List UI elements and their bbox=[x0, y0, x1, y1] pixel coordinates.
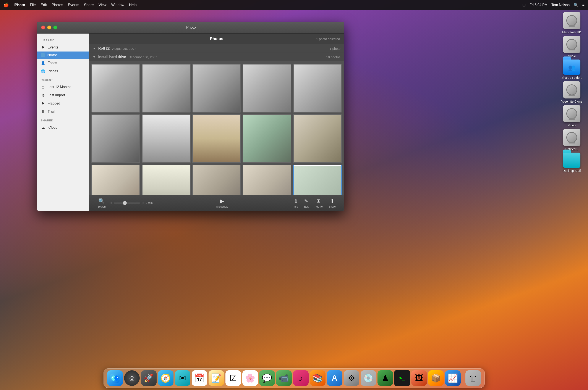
photo-thumb-8[interactable] bbox=[192, 114, 241, 163]
desktop-icon-music[interactable]: Music bbox=[560, 36, 584, 58]
photo-thumb-10[interactable] bbox=[293, 114, 342, 163]
minimize-button[interactable] bbox=[47, 26, 51, 29]
info-button[interactable]: ℹ Info bbox=[291, 197, 300, 209]
dock-item-chess[interactable]: ♟ bbox=[377, 370, 393, 386]
dock-item-messages[interactable]: 💬 bbox=[259, 370, 275, 386]
app-name-menu[interactable]: iPhoto bbox=[14, 3, 25, 7]
help-menu[interactable]: Help bbox=[129, 3, 137, 7]
dock-item-calendar[interactable]: 📅 bbox=[192, 370, 207, 386]
slideshow-button[interactable]: ▶ Slideshow bbox=[214, 197, 230, 209]
dock-item-stuffit[interactable]: 📦 bbox=[428, 370, 444, 386]
screen-icon[interactable]: ⊞ bbox=[522, 2, 526, 7]
close-button[interactable] bbox=[41, 26, 45, 29]
chess-icon: ♟ bbox=[377, 370, 393, 386]
desktop-icon-untitled-2[interactable]: Untitled 2 bbox=[560, 129, 584, 151]
photo-thumb-11[interactable] bbox=[91, 165, 140, 195]
dock-item-siri[interactable]: ◎ bbox=[124, 370, 140, 386]
sidebar-item-flagged[interactable]: ⚑ Flagged bbox=[37, 99, 89, 107]
dock-item-safari[interactable]: 🧭 bbox=[158, 370, 173, 386]
main-header: Photos 1 photo selected bbox=[89, 34, 344, 44]
photo-thumb-4[interactable] bbox=[243, 64, 291, 112]
dock-item-ibooks[interactable]: 📚 bbox=[310, 370, 325, 386]
photo-thumb-9[interactable] bbox=[243, 114, 291, 163]
sidebar-item-icloud[interactable]: ☁ iCloud bbox=[37, 123, 89, 132]
photo-thumb-5[interactable] bbox=[293, 64, 342, 112]
system-prefs-icon: ⚙ bbox=[344, 370, 359, 386]
svg-point-2 bbox=[114, 376, 119, 381]
window-menu[interactable]: Window bbox=[111, 3, 124, 7]
zoom-control: ⊟ ⊞ bbox=[109, 201, 144, 205]
photo-selected-status: 1 photo selected bbox=[258, 37, 340, 41]
photo-area[interactable]: ▼ Roll 22 August 28, 2007 1 photo ▼ Inst… bbox=[89, 44, 344, 195]
dock-item-itunes[interactable]: ♪ bbox=[293, 370, 309, 386]
desktop-icon-shared-folders[interactable]: 👥 Shared Folders bbox=[560, 59, 584, 79]
photo-thumb-7[interactable] bbox=[142, 114, 191, 163]
photo-thumb-15[interactable] bbox=[293, 165, 342, 195]
events-menu[interactable]: Events bbox=[68, 3, 79, 7]
share-button[interactable]: ⬆ Share bbox=[326, 197, 338, 209]
last-12-months-icon: ▢ bbox=[41, 85, 46, 89]
spotlight-icon[interactable]: 🔍 bbox=[574, 2, 578, 7]
desktop-icon-macintosh-hd[interactable]: Macintosh HD bbox=[560, 12, 584, 34]
photos-menu[interactable]: Photos bbox=[52, 3, 63, 7]
last-12-months-label: Last 12 Months bbox=[48, 85, 71, 89]
events-label: Events bbox=[48, 46, 58, 49]
safari-icon: 🧭 bbox=[158, 370, 173, 386]
dock-item-preview[interactable]: 🖼 bbox=[411, 370, 427, 386]
info-label: Info bbox=[294, 205, 298, 208]
search-button[interactable]: 🔍 Search bbox=[95, 197, 108, 209]
dock-item-finder[interactable] bbox=[107, 370, 123, 386]
places-icon: 🌐 bbox=[41, 69, 46, 74]
install-hard-drive-header[interactable]: ▼ Install hard drive December 30, 2007 1… bbox=[89, 53, 344, 61]
dock-item-trash[interactable]: 🗑 bbox=[465, 370, 481, 386]
sidebar-item-photos[interactable]: Photos bbox=[37, 51, 89, 59]
desktop-icon-desktop-stuff[interactable]: Desktop Stuff bbox=[560, 152, 584, 173]
sidebar-item-events[interactable]: ⚑ Events bbox=[37, 43, 89, 51]
sidebar-item-last-import[interactable]: ⊙ Last Import bbox=[37, 91, 89, 99]
maximize-button[interactable] bbox=[53, 26, 57, 29]
dock-item-grapher[interactable]: 📈 bbox=[445, 370, 461, 386]
dock-item-dvd[interactable]: 💿 bbox=[361, 370, 376, 386]
share-menu[interactable]: Share bbox=[84, 3, 94, 7]
photo-thumb-3[interactable] bbox=[192, 64, 241, 112]
dock-item-appstore[interactable]: A bbox=[327, 370, 342, 386]
menubar-right: ⊞ Fri 6:04 PM Tom Nelson 🔍 ≡ bbox=[522, 2, 585, 7]
events-icon: ⚑ bbox=[41, 45, 46, 50]
dock-item-system-prefs[interactable]: ⚙ bbox=[344, 370, 359, 386]
library-header: LIBRARY bbox=[37, 36, 89, 43]
sidebar-item-last-12-months[interactable]: ▢ Last 12 Months bbox=[37, 83, 89, 91]
photo-thumb-2[interactable] bbox=[142, 64, 191, 112]
photo-thumb-6[interactable] bbox=[91, 114, 140, 163]
roll-22-header[interactable]: ▼ Roll 22 August 28, 2007 1 photo bbox=[89, 44, 344, 53]
sidebar-item-trash[interactable]: 🗑 Trash bbox=[37, 107, 89, 116]
dock-item-photos[interactable]: 🌸 bbox=[242, 370, 258, 386]
edit-menu[interactable]: Edit bbox=[41, 3, 47, 7]
photo-thumb-12[interactable] bbox=[142, 165, 191, 195]
zoom-slider[interactable] bbox=[114, 202, 140, 203]
sidebar-item-faces[interactable]: 👤 Faces bbox=[37, 59, 89, 67]
edit-button[interactable]: ✎ Edit bbox=[302, 197, 311, 209]
dock-item-facetime[interactable]: 📹 bbox=[276, 370, 292, 386]
view-menu[interactable]: View bbox=[99, 3, 107, 7]
sidebar-item-places[interactable]: 🌐 Places bbox=[37, 67, 89, 75]
dock-item-mail[interactable]: ✉ bbox=[175, 370, 190, 386]
dock-item-reminders[interactable]: ☑ bbox=[225, 370, 241, 386]
apple-menu[interactable]: 🍎 bbox=[3, 2, 9, 7]
dock-item-launchpad[interactable]: 🚀 bbox=[141, 370, 157, 386]
notification-icon[interactable]: ≡ bbox=[582, 2, 585, 7]
photo-thumb-13[interactable] bbox=[192, 165, 241, 195]
finder-icon bbox=[107, 370, 123, 386]
desktop-icon-yosemite-clone[interactable]: Yosemite Clone bbox=[560, 81, 584, 103]
desktop-icon-video[interactable]: Video bbox=[560, 105, 584, 127]
file-menu[interactable]: File bbox=[30, 3, 36, 7]
add-to-button[interactable]: ⊞ Add To bbox=[313, 197, 325, 209]
add-to-icon: ⊞ bbox=[317, 198, 321, 204]
dock-item-terminal[interactable]: >_ bbox=[394, 370, 410, 386]
trash-sidebar-icon: 🗑 bbox=[41, 109, 46, 114]
slideshow-icon: ▶ bbox=[220, 198, 224, 204]
photo-thumb-14[interactable] bbox=[243, 165, 291, 195]
photo-thumb-1[interactable] bbox=[91, 64, 140, 112]
install-name: Install hard drive bbox=[98, 55, 126, 59]
main-content: Photos 1 photo selected ▼ Roll 22 August… bbox=[89, 34, 344, 211]
dock-item-notes[interactable]: 📝 bbox=[209, 370, 224, 386]
